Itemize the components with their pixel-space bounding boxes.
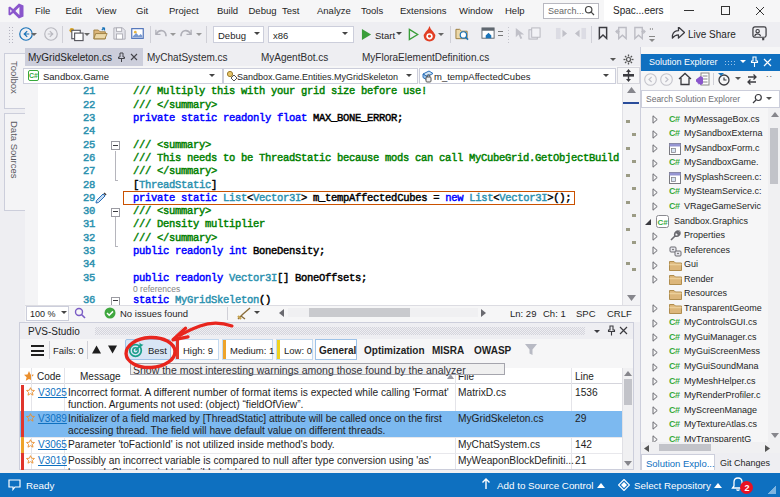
svg-text:C#: C#: [29, 72, 38, 79]
svg-text:C#: C#: [657, 218, 668, 227]
